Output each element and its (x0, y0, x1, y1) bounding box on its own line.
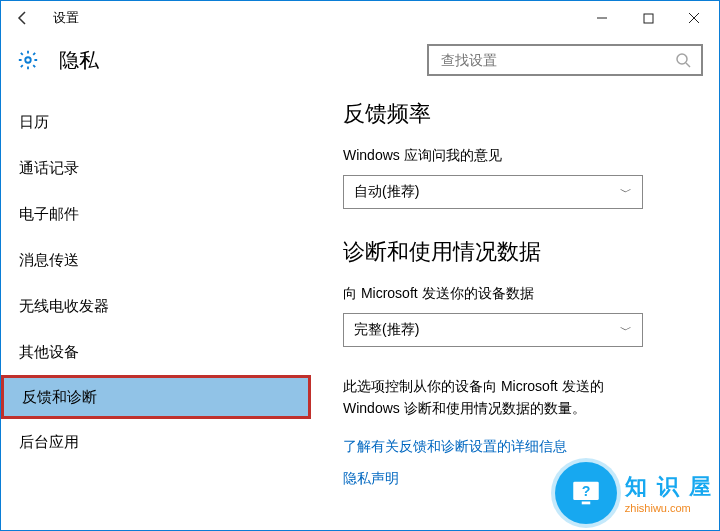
sidebar-item-label: 无线电收发器 (19, 297, 109, 316)
sidebar-item-feedback-diagnostics[interactable]: 反馈和诊断 (1, 375, 311, 419)
sidebar-item-email[interactable]: 电子邮件 (1, 191, 311, 237)
sidebar-item-other-devices[interactable]: 其他设备 (1, 329, 311, 375)
maximize-button[interactable] (625, 3, 671, 33)
sidebar-item-label: 电子邮件 (19, 205, 79, 224)
back-button[interactable] (7, 3, 39, 33)
sidebar-item-call-history[interactable]: 通话记录 (1, 145, 311, 191)
feedback-frequency-label: Windows 应询问我的意见 (343, 147, 687, 165)
search-input[interactable] (427, 44, 703, 76)
diagnostics-dropdown[interactable]: 完整(推荐) ﹀ (343, 313, 643, 347)
section-title-feedback: 反馈频率 (343, 99, 687, 129)
section-title-diagnostics: 诊断和使用情况数据 (343, 237, 687, 267)
svg-rect-8 (582, 502, 591, 505)
svg-line-6 (686, 63, 690, 67)
svg-point-4 (25, 57, 31, 63)
sidebar-item-label: 后台应用 (19, 433, 79, 452)
watermark-text-en: zhishiwu.com (625, 502, 691, 514)
watermark: ? 知 识 屋 zhishiwu.com (555, 462, 713, 524)
chevron-down-icon: ﹀ (620, 184, 632, 201)
sidebar-item-calendar[interactable]: 日历 (1, 99, 311, 145)
dropdown-value: 自动(推荐) (354, 183, 419, 201)
window-title: 设置 (53, 9, 79, 27)
sidebar-item-messaging[interactable]: 消息传送 (1, 237, 311, 283)
gear-icon (17, 49, 39, 71)
watermark-text-cn: 知 识 屋 (625, 472, 713, 502)
watermark-icon: ? (555, 462, 617, 524)
sidebar-item-background-apps[interactable]: 后台应用 (1, 419, 311, 465)
svg-point-5 (677, 54, 687, 64)
dropdown-value: 完整(推荐) (354, 321, 419, 339)
search-icon (675, 52, 691, 68)
svg-rect-1 (644, 14, 653, 23)
sidebar-item-label: 反馈和诊断 (22, 388, 97, 407)
sidebar-item-radios[interactable]: 无线电收发器 (1, 283, 311, 329)
close-button[interactable] (671, 3, 717, 33)
sidebar-item-label: 日历 (19, 113, 49, 132)
learn-more-link[interactable]: 了解有关反馈和诊断设置的详细信息 (343, 438, 687, 456)
minimize-button[interactable] (579, 3, 625, 33)
page-title: 隐私 (59, 47, 99, 74)
sidebar-item-label: 其他设备 (19, 343, 79, 362)
svg-text:?: ? (581, 483, 590, 499)
diagnostics-note: 此选项控制从你的设备向 Microsoft 发送的 Windows 诊断和使用情… (343, 375, 653, 420)
sidebar-item-label: 消息传送 (19, 251, 79, 270)
sidebar: 日历 通话记录 电子邮件 消息传送 无线电收发器 其他设备 反馈和诊断 后台应用 (1, 85, 311, 530)
diagnostics-label: 向 Microsoft 发送你的设备数据 (343, 285, 687, 303)
feedback-frequency-dropdown[interactable]: 自动(推荐) ﹀ (343, 175, 643, 209)
search-field[interactable] (439, 51, 675, 69)
sidebar-item-label: 通话记录 (19, 159, 79, 178)
chevron-down-icon: ﹀ (620, 322, 632, 339)
